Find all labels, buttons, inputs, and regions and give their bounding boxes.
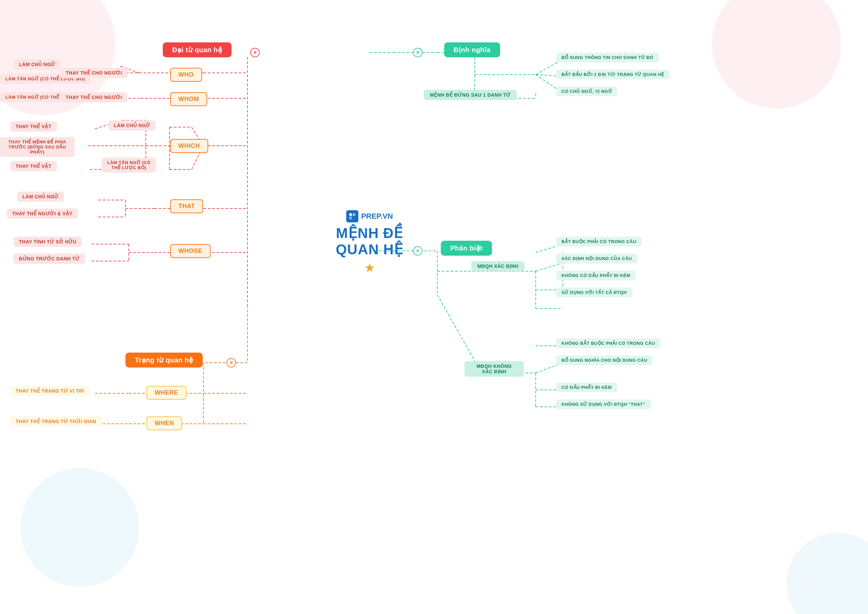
mdqh-khong-xac-dinh-label: MĐQH KHÔNG XÁC ĐỊNH	[465, 361, 524, 377]
bo-sung-nghia: BỔ SUNG NGHĨA CHO NỘI DUNG CÂU	[556, 355, 653, 365]
who-connector: WHO	[170, 68, 202, 82]
thay-the-cho-nguoi-whom: THAY THẾ CHO NGƯỜI	[60, 92, 127, 102]
center-title: PREP.VN MỆNH ĐỀ QUAN HỆ ★	[322, 210, 417, 275]
svg-rect-80	[349, 213, 352, 216]
dung-truoc-danh-tu: ĐỨNG TRƯỚC DANH TỪ	[14, 254, 85, 264]
svg-rect-81	[353, 213, 355, 216]
whose-connector: WHOSE	[170, 244, 211, 258]
thay-the-thoi-gian: THAY THẾ TRẠNG TỪ THỜI GIAN	[10, 416, 102, 426]
menh-de-dung-sau: MỆNH ĐỀ ĐỨNG SAU 1 DANH TỪ	[424, 90, 517, 100]
which-connector: WHICH	[170, 139, 208, 153]
co-chu-ngu-vi-ngu: CÓ CHỦ NGỮ, VỊ NGỮ	[556, 87, 617, 96]
bg-shape-blue-br	[787, 533, 868, 614]
when-connector: WHEN	[146, 416, 182, 430]
lam-chu-ngu-that: LÀM CHỦ NGỮ	[17, 192, 64, 202]
thay-the-vat-which1: THAY THẾ VẬT	[10, 121, 57, 132]
svg-rect-82	[349, 217, 352, 219]
header-dinh-nghia: Định nghĩa	[444, 42, 500, 57]
xac-dinh-noi-dung: XÁC ĐỊNH NỘI DUNG CỦA CÂU	[556, 254, 637, 264]
khong-co-dau-phay: KHÔNG CÓ DẤU PHẨY ĐI KÈM	[556, 271, 636, 281]
thay-the-vi-tri: THAY THẾ TRẠNG TỪ VỊ TRÍ	[10, 386, 90, 396]
main-title: MỆNH ĐỀ QUAN HỆ	[322, 225, 417, 258]
bat-dau-boi: BẮT ĐẦU BỞI 1 ĐẠI TỪ/ TRẠNG TỪ QUAN HỆ	[556, 70, 670, 79]
star-divider: ★	[322, 261, 417, 275]
star-dai-tu: ✕	[250, 48, 260, 57]
thay-the-nguoi-vat: THAY THẾ NGƯỜI & VẬT	[7, 208, 78, 219]
whom-connector: WHOM	[170, 92, 207, 106]
khong-bat-buoc: KHÔNG BẮT BUỘC PHẢI CÓ TRONG CÂU	[556, 338, 660, 348]
lam-chu-ngu-who: LÀM CHỦ NGỮ	[14, 59, 61, 70]
prep-icon	[346, 210, 358, 222]
prep-logo: PREP.VN	[322, 210, 417, 222]
header-trang-tu-quan-he: Trạng từ quan hệ	[126, 353, 203, 367]
star-trang-tu: ✕	[226, 358, 236, 367]
header-dai-tu-quan-he: Đại từ quan hệ	[163, 42, 232, 57]
su-dung-voi-tat-ca: SỬ DỤNG VỚI TẤT CẢ ĐTQH	[556, 287, 632, 297]
prep-logo-text: PREP.VN	[361, 212, 393, 221]
lam-tan-ngu-which: LÀM TÂN NGỮ (CÓ THỂ LƯỢC BỎ)	[102, 158, 156, 172]
mdqh-xac-dinh-label: MĐQH XÁC ĐỊNH	[471, 261, 524, 271]
thay-tinh-tu-so-huu: THAY TÍNH TỪ SỞ HỮU	[14, 237, 82, 247]
bg-shape-pink-tr	[712, 0, 841, 109]
khong-su-dung-that: KHÔNG SỬ DỤNG VỚI ĐTQH "THAT"	[556, 399, 651, 409]
bg-shape-blue-bl	[20, 468, 139, 587]
header-phan-biet: Phân biệt	[441, 241, 492, 256]
thay-the-vat-which2: THAY THẾ VẬT	[10, 161, 57, 171]
svg-line-66	[536, 263, 563, 271]
lam-chu-ngu-which: LÀM CHỦ NGỮ	[108, 120, 156, 130]
that-connector: THAT	[170, 199, 203, 213]
thay-the-menh-de: THAY THẾ MỆNH ĐỀ PHÍA TRƯỚC (ĐỨNG SAU DẤ…	[0, 137, 74, 157]
bo-sung-thong-tin: BỔ SUNG THÔNG TIN CHO DANH TỪ ĐÓ	[556, 53, 659, 62]
co-dau-phay-di-kem: CÓ DẤU PHẨY ĐI KÈM	[556, 383, 617, 392]
where-connector: WHERE	[146, 386, 186, 400]
star-dinh-nghia: ✕	[413, 48, 423, 57]
bat-buoc-phai-co: BẮT BUỘC PHẢI CÓ TRONG CÂU	[556, 237, 642, 247]
thay-the-cho-nguoi-who: THAY THẾ CHO NGƯỜI	[60, 68, 127, 78]
star-phan-biet: ✕	[413, 246, 423, 256]
